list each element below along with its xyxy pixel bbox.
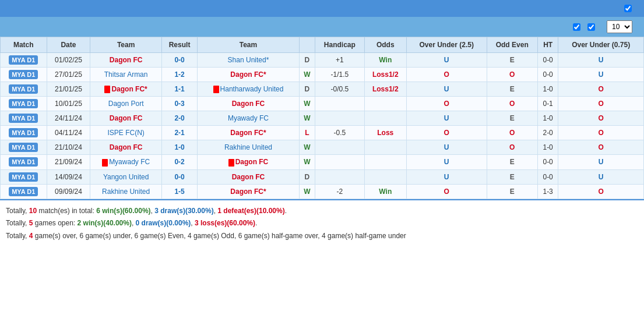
mya-d1-checkbox[interactable]	[587, 23, 595, 31]
team1-cell: Myawady FC	[90, 155, 161, 169]
team1-name: Dagon FC	[110, 114, 143, 122]
display-notes-checkbox[interactable]	[624, 5, 632, 12]
team2-cell: Dagon FC*	[198, 126, 299, 140]
filter-bar: 10 20 30 40 50	[0, 17, 644, 37]
header-controls	[624, 5, 637, 12]
team1-name: Dagon FC*	[111, 85, 147, 93]
col-match: Match	[1, 37, 47, 53]
table-row: MYA D127/01/25Thitsar Arman1-2Dagon FC*W…	[1, 68, 644, 82]
odds-value: Loss1/2	[372, 70, 399, 79]
red-card-icon	[213, 86, 219, 93]
red-card-icon	[102, 159, 108, 167]
odds-cell: Loss	[364, 126, 406, 140]
team1-name: ISPE FC(N)	[107, 129, 144, 137]
ou25-cell: O	[406, 126, 487, 140]
handicap-cell	[315, 169, 365, 184]
team1-name: Thitsar Arman	[104, 70, 148, 79]
date-cell: 21/10/24	[47, 140, 90, 155]
col-ht: HT	[537, 37, 558, 53]
result-score: 1-1	[174, 85, 184, 93]
ou075-value: U	[599, 158, 604, 166]
odds-cell	[364, 97, 406, 111]
wdl-value: W	[304, 158, 310, 166]
result-score: 0-3	[174, 100, 184, 108]
oe-cell: O	[487, 68, 537, 82]
wdl-value: W	[304, 143, 310, 151]
ou075-cell: O	[558, 82, 644, 97]
wdl-cell: D	[299, 169, 315, 184]
oe-value: E	[510, 56, 515, 64]
int-cf-checkbox[interactable]	[573, 23, 580, 31]
result-score: 0-0	[174, 56, 184, 64]
match-cell: MYA D1	[1, 111, 47, 126]
odds-cell: Loss1/2	[364, 68, 406, 82]
team1-name: Yangon United	[103, 173, 149, 181]
wdl-cell: W	[299, 155, 315, 169]
team2-cell: Dagon FC	[198, 155, 299, 169]
ou075-cell: U	[558, 53, 644, 68]
team1-cell: ISPE FC(N)	[90, 126, 161, 140]
ht-cell: 0-0	[537, 169, 558, 184]
stat-value: 10	[29, 207, 37, 215]
result-cell: 1-5	[161, 184, 197, 199]
result-cell: 2-1	[161, 126, 197, 140]
col-team1: Team	[90, 37, 161, 53]
ht-cell: 1-3	[537, 184, 558, 199]
ou075-cell: O	[558, 140, 644, 155]
ou25-value: U	[444, 143, 449, 151]
oe-cell: E	[487, 184, 537, 199]
team1-name: Dagon FC	[110, 56, 143, 64]
ou25-value: U	[444, 173, 449, 181]
col-ou075: Over Under (0.75)	[558, 37, 644, 53]
ou075-cell: O	[558, 97, 644, 111]
date-cell: 09/09/24	[47, 184, 90, 199]
stat-value: 2 win(s)(40.00%)	[78, 219, 132, 227]
team1-cell: Dagon FC*	[90, 82, 161, 97]
table-row: MYA D110/01/25Dagon Port0-3Dagon FCWOO0-…	[1, 97, 644, 111]
odds-value: Loss1/2	[372, 85, 399, 93]
odds-cell	[364, 169, 406, 184]
handicap-cell	[315, 155, 365, 169]
table-row: MYA D121/01/25Dagon FC*1-1Hantharwady Un…	[1, 82, 644, 97]
ht-cell: 0-0	[537, 68, 558, 82]
table-row: MYA D104/11/24ISPE FC(N)2-1Dagon FC*L-0.…	[1, 126, 644, 140]
int-cf-filter[interactable]	[573, 23, 583, 31]
stat-value: 4	[29, 232, 33, 240]
match-badge: MYA D1	[9, 143, 38, 152]
date-cell: 27/01/25	[47, 68, 90, 82]
col-ou25: Over Under (2.5)	[406, 37, 487, 53]
match-cell: MYA D1	[1, 97, 47, 111]
team1-cell: Dagon FC	[90, 111, 161, 126]
team1-cell: Thitsar Arman	[90, 68, 161, 82]
oe-value: E	[510, 158, 515, 166]
result-cell: 0-0	[161, 53, 197, 68]
result-cell: 0-2	[161, 155, 197, 169]
date-cell: 04/11/24	[47, 126, 90, 140]
ou25-value: U	[444, 114, 449, 122]
stat-value: 0 draw(s)(0.00%)	[136, 219, 191, 227]
mya-d1-filter[interactable]	[587, 23, 597, 31]
team2-cell: Dagon FC	[198, 97, 299, 111]
match-badge: MYA D1	[9, 55, 38, 65]
odds-cell	[364, 140, 406, 155]
handicap-cell	[315, 111, 365, 126]
date-cell: 01/02/25	[47, 53, 90, 68]
ou075-value: O	[598, 129, 603, 137]
col-wdl	[299, 37, 315, 53]
ou25-value: O	[444, 188, 449, 196]
wdl-value: L	[305, 129, 309, 137]
games-select[interactable]: 10 20 30 40 50	[607, 20, 632, 33]
col-team2: Team	[198, 37, 299, 53]
oe-cell: E	[487, 111, 537, 126]
team2-cell: Dagon FC*	[198, 184, 299, 199]
table-row: MYA D124/11/24Dagon FC2-0Myawady FCWUE1-…	[1, 111, 644, 126]
odds-cell: Loss1/2	[364, 82, 406, 97]
handicap-cell	[315, 140, 365, 155]
match-badge: MYA D1	[9, 172, 38, 182]
match-cell: MYA D1	[1, 68, 47, 82]
ou25-value: U	[444, 56, 449, 64]
team2-name: Dagon FC*	[230, 188, 266, 196]
team2-cell: Hantharwady United	[198, 82, 299, 97]
ou075-value: U	[599, 173, 604, 181]
handicap-cell: -0.5	[315, 126, 365, 140]
